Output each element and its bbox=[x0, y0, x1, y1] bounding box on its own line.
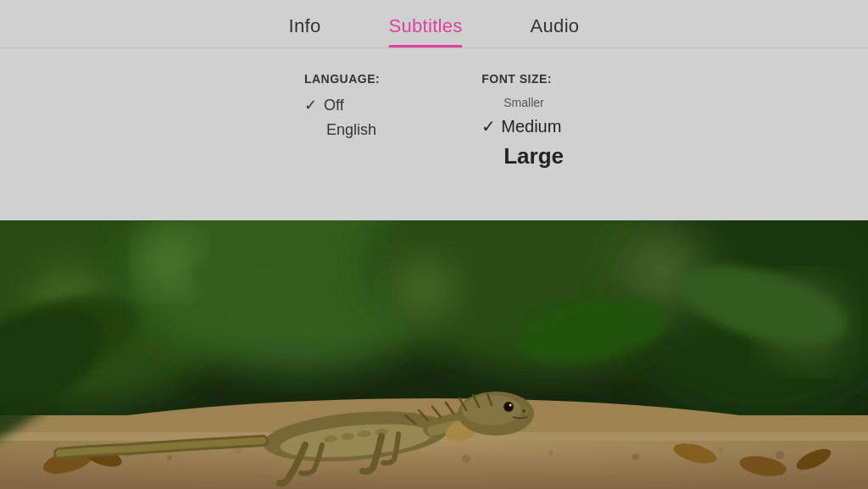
tab-bar: Info Subtitles Audio bbox=[0, 0, 868, 47]
language-column: LANGUAGE: ✓ Off English bbox=[304, 72, 380, 169]
language-option-english[interactable]: English bbox=[326, 121, 380, 139]
font-size-option-large[interactable]: Large bbox=[504, 143, 564, 169]
video-background bbox=[0, 220, 868, 489]
check-icon: ✓ bbox=[304, 96, 317, 114]
font-size-option-medium[interactable]: ✓ Medium bbox=[481, 116, 564, 136]
font-size-column: FONT SIZE: Smaller ✓ Medium Large bbox=[481, 72, 564, 169]
tab-audio[interactable]: Audio bbox=[531, 15, 580, 47]
language-off-label: Off bbox=[324, 97, 344, 114]
tab-subtitles[interactable]: Subtitles bbox=[389, 15, 463, 47]
font-size-label: FONT SIZE: bbox=[481, 72, 564, 86]
svg-rect-47 bbox=[0, 220, 868, 489]
settings-content: LANGUAGE: ✓ Off English FONT SIZE: Small… bbox=[0, 48, 868, 169]
font-size-option-smaller[interactable]: Smaller bbox=[504, 96, 564, 109]
font-size-medium-label: Medium bbox=[501, 117, 561, 136]
video-area bbox=[0, 220, 868, 489]
language-option-off[interactable]: ✓ Off bbox=[304, 96, 380, 114]
medium-check-icon: ✓ bbox=[481, 116, 496, 136]
tab-info[interactable]: Info bbox=[289, 15, 321, 47]
language-label: LANGUAGE: bbox=[304, 72, 380, 86]
settings-panel: Info Subtitles Audio LANGUAGE: ✓ Off Eng… bbox=[0, 0, 868, 220]
language-english-label: English bbox=[326, 121, 376, 139]
